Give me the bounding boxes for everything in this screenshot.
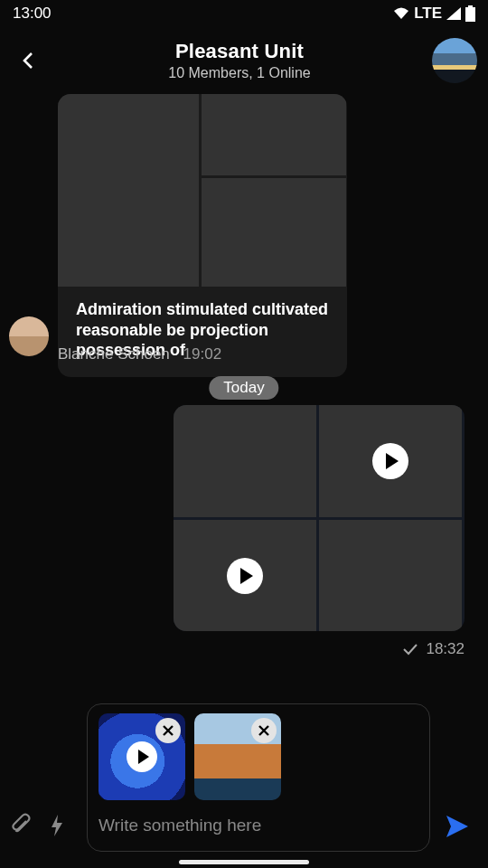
chat-title-block[interactable]: Pleasant Unit 10 Members, 1 Online (47, 40, 432, 81)
play-icon (127, 741, 157, 772)
wifi-icon (392, 6, 410, 21)
play-icon (372, 443, 408, 479)
media-grid (174, 405, 465, 631)
status-bar: 13:00 LTE (0, 0, 488, 27)
sent-check-icon (402, 643, 418, 656)
date-separator: Today (209, 376, 278, 400)
media-grid (58, 94, 347, 287)
attachment-previews (99, 713, 418, 800)
media-thumb[interactable] (319, 520, 462, 631)
media-thumb-video[interactable] (319, 405, 462, 517)
back-button[interactable] (11, 42, 47, 79)
back-icon (19, 51, 39, 71)
message-meta: 18:32 (402, 640, 465, 658)
media-thumb-video[interactable] (174, 520, 316, 631)
bolt-icon (49, 813, 65, 838)
message-outgoing[interactable] (174, 405, 465, 631)
media-thumb[interactable] (174, 405, 316, 517)
media-thumb[interactable] (58, 94, 199, 287)
message-incoming[interactable]: Admiration stimulated cultivated reasona… (58, 94, 347, 377)
attach-button[interactable] (9, 813, 34, 838)
chat-subtitle: 10 Members, 1 Online (47, 65, 432, 81)
network-label: LTE (414, 5, 442, 23)
attachment-preview[interactable] (99, 713, 185, 800)
chat-title: Pleasant Unit (47, 40, 432, 63)
media-thumb[interactable] (202, 94, 346, 175)
message-input[interactable]: Write something here (99, 807, 418, 844)
message-meta: Blanche Schoen 19:02 (58, 345, 221, 363)
battery-icon (465, 5, 475, 22)
sender-name: Blanche Schoen (58, 345, 170, 363)
signal-icon (446, 6, 462, 21)
close-icon (257, 723, 271, 738)
home-indicator[interactable] (179, 860, 309, 864)
attach-icon (9, 813, 34, 838)
message-time: 18:32 (426, 640, 465, 658)
composer: Write something here (0, 703, 488, 852)
app-bar: Pleasant Unit 10 Members, 1 Online (0, 27, 488, 94)
status-icons: LTE (392, 5, 475, 23)
status-time: 13:00 (13, 5, 52, 23)
close-icon (161, 723, 175, 738)
chat-avatar[interactable] (432, 38, 477, 83)
quick-action-button[interactable] (49, 813, 65, 838)
svg-rect-1 (465, 7, 475, 22)
remove-attachment-button[interactable] (251, 718, 277, 743)
sender-avatar[interactable] (9, 316, 49, 356)
svg-rect-0 (468, 5, 473, 7)
play-icon (227, 558, 263, 594)
remove-attachment-button[interactable] (155, 718, 181, 743)
messages-list[interactable]: Admiration stimulated cultivated reasona… (0, 94, 488, 669)
attachment-preview[interactable] (194, 713, 281, 800)
message-time: 19:02 (183, 345, 222, 363)
media-thumb[interactable] (202, 178, 346, 287)
composer-box: Write something here (87, 703, 430, 852)
send-icon (444, 813, 471, 840)
send-button[interactable] (439, 808, 475, 844)
